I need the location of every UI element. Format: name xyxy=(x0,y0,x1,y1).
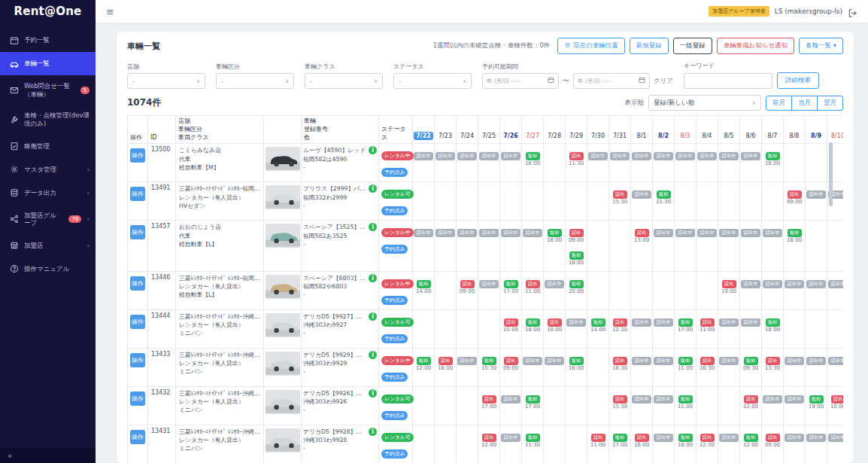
schedule-cell[interactable]: 貸出中 xyxy=(806,348,827,386)
schedule-cell[interactable] xyxy=(806,221,827,271)
schedule-cell[interactable]: 返却14:00 xyxy=(413,271,435,309)
schedule-cell[interactable] xyxy=(784,144,806,182)
schedule-cell[interactable]: 貸出中 xyxy=(653,425,675,463)
info-icon[interactable]: i xyxy=(369,389,377,398)
schedule-cell[interactable]: 返却18:00 xyxy=(544,221,566,271)
schedule-cell[interactable]: 貸出11:00 xyxy=(697,309,718,348)
schedule-cell[interactable]: 貸出11:00 xyxy=(522,271,544,309)
schedule-cell[interactable]: 貸出13:30 xyxy=(762,348,784,386)
schedule-cell[interactable] xyxy=(806,144,827,182)
schedule-cell[interactable] xyxy=(522,182,544,221)
schedule-cell[interactable]: 貸出中 xyxy=(457,348,478,386)
schedule-cell[interactable] xyxy=(413,309,435,348)
toolbar-button[interactable]: 一括登録 xyxy=(673,38,712,54)
schedule-cell[interactable]: 貸出中 xyxy=(457,144,478,182)
schedule-cell[interactable] xyxy=(587,386,609,425)
schedule-cell[interactable] xyxy=(478,182,500,221)
schedule-cell[interactable]: 返却14:00 xyxy=(587,309,609,348)
schedule-cell[interactable]: 貸出中 xyxy=(522,221,544,271)
schedule-cell[interactable] xyxy=(675,271,697,309)
schedule-cell[interactable]: 返却12:00 xyxy=(740,425,762,463)
info-icon[interactable]: i xyxy=(369,312,377,321)
schedule-cell[interactable]: 貸出中 xyxy=(827,271,844,309)
schedule-cell[interactable]: 貸出13:00 xyxy=(631,221,653,271)
schedule-cell[interactable]: 返却18:00 xyxy=(762,144,784,182)
filter-select[interactable]: -∨ xyxy=(127,73,205,89)
schedule-cell[interactable]: 返却20:00 xyxy=(566,271,587,309)
schedule-cell[interactable]: 貸出10:00 xyxy=(827,386,844,425)
schedule-cell[interactable] xyxy=(435,425,457,463)
schedule-cell[interactable] xyxy=(697,386,718,425)
toolbar-button[interactable]: 各種一覧 ▾ xyxy=(799,38,843,54)
schedule-cell[interactable]: 貸出15:30 xyxy=(609,182,631,221)
date-input[interactable]: 年 /月/日 --:-- xyxy=(573,73,650,89)
row-operation-button[interactable]: 操作 xyxy=(130,187,145,201)
schedule-cell[interactable]: 貸出09:00 xyxy=(457,271,478,309)
row-operation-button[interactable]: 操作 xyxy=(130,315,145,329)
schedule-cell[interactable] xyxy=(435,386,457,425)
sidebar-item[interactable]: 稼働管理 xyxy=(0,135,96,158)
row-operation-button[interactable]: 操作 xyxy=(130,276,145,291)
schedule-cell[interactable]: 貸出09:00 xyxy=(500,348,522,386)
schedule-cell[interactable]: 貸出16:00 xyxy=(435,348,457,386)
schedule-cell[interactable]: 貸出中 xyxy=(631,309,653,348)
schedule-cell[interactable] xyxy=(806,309,827,348)
schedule-cell[interactable]: 貸出11:30 xyxy=(566,144,587,182)
schedule-cell[interactable]: 返却12:00 xyxy=(413,348,435,386)
schedule-cell[interactable] xyxy=(697,271,718,309)
schedule-cell[interactable]: 返却18:00 xyxy=(675,425,697,463)
schedule-cell[interactable]: 貸出中 xyxy=(500,386,522,425)
schedule-cell[interactable]: 返却11:00 xyxy=(675,386,697,425)
schedule-cell[interactable]: 返却15:30 xyxy=(478,348,500,386)
schedule-cell[interactable] xyxy=(435,271,457,309)
schedule-cell[interactable] xyxy=(697,182,718,221)
schedule-cell[interactable]: 貸出中 xyxy=(784,271,806,309)
schedule-cell[interactable] xyxy=(675,182,697,221)
schedule-cell[interactable] xyxy=(740,182,762,221)
schedule-cell[interactable]: 貸出中 xyxy=(740,144,762,182)
schedule-cell[interactable]: 貸出中 xyxy=(806,271,827,309)
schedule-cell[interactable]: 貸出中 xyxy=(697,221,718,271)
sidebar-item[interactable]: データ出力‹ xyxy=(0,181,96,205)
schedule-cell[interactable]: 貸出中 xyxy=(631,348,653,386)
date-input[interactable]: 年 /月/日 --:-- xyxy=(482,73,559,89)
filter-select[interactable]: -∨ xyxy=(393,73,472,89)
schedule-cell[interactable]: 貸出中 xyxy=(522,348,544,386)
schedule-cell[interactable]: 貸出中 xyxy=(762,386,784,425)
toolbar-button[interactable]: 車輛整備お知らせ通知 xyxy=(717,38,795,54)
schedule-cell[interactable] xyxy=(762,182,784,221)
schedule-cell[interactable]: 貸出中 xyxy=(653,309,675,348)
schedule-cell[interactable]: 貸出中 xyxy=(413,144,435,182)
vehicle-photo[interactable] xyxy=(266,352,300,376)
vehicle-photo[interactable] xyxy=(266,185,300,209)
schedule-cell[interactable]: 貸出09:00 xyxy=(784,182,806,221)
schedule-cell[interactable]: 貸出中 xyxy=(718,221,740,271)
schedule-cell[interactable]: 貸出中 xyxy=(587,144,609,182)
schedule-cell[interactable] xyxy=(587,271,609,309)
schedule-cell[interactable]: 貸出12:00 xyxy=(740,386,762,425)
schedule-cell[interactable]: 貸出中 xyxy=(784,348,806,386)
keyword-input[interactable] xyxy=(684,73,772,89)
schedule-cell[interactable]: 貸出中 xyxy=(697,144,718,182)
row-operation-button[interactable]: 操作 xyxy=(130,391,145,406)
schedule-cell[interactable]: 返却11:30 xyxy=(522,425,544,463)
schedule-cell[interactable]: 貸出中 xyxy=(827,425,844,463)
schedule-cell[interactable]: 貸出中 xyxy=(413,221,435,271)
schedule-cell[interactable]: 返却17:00 xyxy=(522,386,544,425)
schedule-cell[interactable] xyxy=(544,386,566,425)
schedule-cell[interactable]: 貸出中 xyxy=(806,425,827,463)
schedule-cell[interactable]: 貸出中 xyxy=(740,271,762,309)
schedule-cell[interactable]: 貸出09:00 xyxy=(762,425,784,463)
schedule-cell[interactable]: 貸出中 xyxy=(609,144,631,182)
clear-link[interactable]: クリア xyxy=(654,77,673,86)
schedule-cell[interactable]: 貸出中 xyxy=(500,221,522,271)
sidebar-item[interactable]: 車検・点検管理(dev環境のみ) xyxy=(0,105,96,134)
sidebar-item[interactable]: 予約一覧 xyxy=(0,29,96,52)
vehicle-photo[interactable] xyxy=(266,275,300,299)
schedule-cell[interactable]: 返却17:00 xyxy=(675,309,697,348)
schedule-cell[interactable] xyxy=(718,182,740,221)
schedule-cell[interactable]: 貸出17:00 xyxy=(478,386,500,425)
schedule-cell[interactable]: 貸出中 xyxy=(478,271,500,309)
schedule-cell[interactable]: 貸出中 xyxy=(435,221,457,271)
schedule-cell[interactable]: 貸出中 xyxy=(631,182,653,221)
